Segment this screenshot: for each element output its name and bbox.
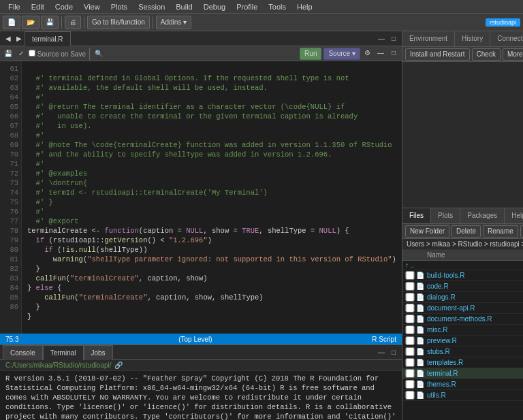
file-row-utils[interactable]: 📄 utils.R 0 B — [402, 390, 523, 401]
env-tab-environment[interactable]: Environment — [402, 31, 455, 46]
menu-build[interactable]: Build — [170, 0, 197, 14]
open-file-btn[interactable]: 📂 — [22, 16, 39, 29]
menu-file[interactable]: File — [3, 0, 26, 14]
editor-forward-btn[interactable]: ▶ — [14, 33, 25, 44]
file-checkbox-document-methods[interactable] — [405, 314, 415, 323]
file-name-dialogs: dialogs.R — [427, 293, 523, 301]
file-row-preview[interactable]: 📄 preview.R 637 B — [402, 336, 523, 346]
editor-minimize2-btn[interactable]: — — [375, 48, 386, 59]
editor-maximize-btn[interactable]: □ — [388, 33, 399, 44]
file-name-terminal: terminal.R — [427, 370, 523, 377]
file-row-terminal[interactable]: 📄 terminal.R 10.6 KB — [402, 368, 523, 379]
code-content[interactable]: #' terminal defined in Global Options. I… — [22, 61, 402, 334]
menu-help[interactable]: Help — [291, 0, 318, 14]
source-btn[interactable]: Source ▾ — [323, 48, 360, 60]
editor-minimize-btn[interactable]: — — [376, 33, 387, 44]
file-checkbox-stubs[interactable] — [405, 347, 415, 356]
path-text: C:/Users/mikaa/RStudio/rstudioapi/ — [5, 361, 112, 369]
console-content[interactable]: R version 3.5.1 (2018-07-02) -- "Feather… — [0, 371, 402, 420]
files-tab-plots[interactable]: Plots — [431, 208, 460, 223]
file-row-dialogs[interactable]: 📄 dialogs.R 4.1 KB — [402, 292, 523, 303]
file-row-templates[interactable]: 📄 templates.R 3.3 KB — [402, 357, 523, 368]
env-tab-connections[interactable]: Connections — [490, 31, 523, 46]
find-btn[interactable]: 🔍 — [93, 48, 104, 59]
console-maximize-btn[interactable]: □ — [388, 347, 399, 358]
check-btn[interactable]: Check — [472, 48, 501, 61]
file-checkbox-code[interactable] — [405, 282, 415, 291]
editor-back-btn[interactable]: ◀ — [3, 33, 14, 44]
editor-tab-bar: ◀ ▶ terminal.R — □ — [0, 31, 402, 46]
install-toolbar: Install and Restart Check More ▾ — [402, 47, 523, 62]
source-on-save-label[interactable]: Source on Save — [29, 50, 86, 58]
delete-btn[interactable]: Delete — [451, 225, 481, 238]
console-tab-console[interactable]: Console — [3, 345, 43, 360]
goto-file-btn[interactable]: Go to file/function — [87, 16, 150, 29]
file-name-document-api: document-api.R — [427, 304, 523, 312]
file-checkbox-misc[interactable] — [405, 325, 415, 334]
files-tab-files[interactable]: Files — [402, 208, 431, 223]
more-build-btn[interactable]: More ▾ — [503, 48, 523, 61]
file-row-themes[interactable]: 📄 themes.R 4.7 KB — [402, 379, 523, 390]
console-tab-jobs[interactable]: Jobs — [84, 345, 113, 360]
menu-profile[interactable]: Profile — [231, 0, 263, 14]
code-editor[interactable]: 6162636465 6667686970 7172737475 7677787… — [0, 61, 402, 334]
file-icon-document-methods: 📄 — [416, 315, 424, 323]
menu-view[interactable]: View — [78, 0, 106, 14]
console-tab-terminal[interactable]: Terminal — [43, 345, 84, 360]
file-checkbox-document-api[interactable] — [405, 304, 415, 312]
install-restart-btn[interactable]: Install and Restart — [405, 48, 470, 61]
print-btn[interactable]: 🖨 — [65, 16, 81, 29]
files-tab-packages[interactable]: Packages — [460, 208, 505, 223]
addins-btn[interactable]: Addins ▾ — [156, 16, 191, 29]
cursor-position: 75:3 — [5, 336, 18, 343]
menu-code[interactable]: Code — [50, 0, 78, 14]
lint-btn[interactable]: ✓ — [16, 48, 27, 59]
file-checkbox-templates[interactable] — [405, 358, 415, 367]
editor-maximize2-btn[interactable]: □ — [388, 48, 399, 59]
file-checkbox-dialogs[interactable] — [405, 293, 415, 302]
new-file-btn[interactable]: 📄 — [3, 16, 20, 29]
menu-plots[interactable]: Plots — [106, 0, 133, 14]
file-icon-templates: 📄 — [416, 359, 424, 366]
addins-label: Addins ▾ — [161, 18, 187, 26]
file-row-document-methods[interactable]: 📄 document-methods.R 5.5 KB — [402, 314, 523, 325]
file-icon-preview: 📄 — [416, 337, 424, 344]
run-btn[interactable]: Run — [300, 48, 321, 60]
console-tab-bar: Console Terminal Jobs — □ — [0, 345, 402, 360]
file-checkbox-utils[interactable] — [405, 391, 415, 400]
console-minimize-btn[interactable]: — — [376, 347, 387, 358]
file-row-stubs[interactable]: 📄 stubs.R 6.6 KB — [402, 346, 523, 357]
rename-btn[interactable]: Rename — [483, 225, 518, 238]
new-folder-btn[interactable]: New Folder — [405, 225, 449, 238]
breadcrumb[interactable]: Users > mikaa > RStudio > rstudioapi > R — [402, 239, 523, 250]
more-files-btn[interactable]: More ▾ — [520, 225, 523, 238]
file-name-themes: themes.R — [427, 381, 523, 388]
file-checkbox-terminal[interactable] — [405, 369, 415, 378]
file-name-templates: templates.R — [427, 359, 523, 366]
file-row-build-tools[interactable]: 📄 build-tools.R 1.5 KB — [402, 270, 523, 281]
file-icon-build-tools: 📄 — [416, 272, 424, 279]
file-row-misc[interactable]: 📄 misc.R 210 B — [402, 325, 523, 336]
up-row[interactable]: ↑ .. — [402, 261, 523, 270]
editor-options-btn[interactable]: ⚙ — [362, 48, 373, 59]
file-row-document-api[interactable]: 📄 document-api.R 5.6 KB — [402, 303, 523, 314]
save-file-btn[interactable]: 💾 — [3, 48, 14, 59]
goto-file-label: Go to file/function — [92, 18, 145, 26]
editor-tab-terminal[interactable]: terminal.R — [25, 31, 71, 46]
menu-edit[interactable]: Edit — [26, 0, 50, 14]
menu-session[interactable]: Session — [133, 0, 170, 14]
file-row-code[interactable]: 📄 code.R 3.5 KB — [402, 281, 523, 292]
file-checkbox-preview[interactable] — [405, 336, 415, 345]
files-tab-help[interactable]: Help — [505, 208, 523, 223]
menu-tools[interactable]: Tools — [263, 0, 291, 14]
save-btn[interactable]: 💾 — [41, 16, 59, 29]
file-name-misc: misc.R — [427, 326, 523, 334]
header-check — [405, 251, 415, 259]
env-tab-history[interactable]: History — [455, 31, 490, 46]
source-on-save-checkbox[interactable] — [29, 50, 35, 56]
file-checkbox-themes[interactable] — [405, 380, 415, 389]
rstudio-badge: rstudioapi — [486, 18, 520, 27]
menu-debug[interactable]: Debug — [198, 0, 231, 14]
file-checkbox-build-tools[interactable] — [405, 271, 415, 280]
left-panel: ◀ ▶ terminal.R — □ 💾 ✓ Source on Save 🔍 — [0, 31, 402, 420]
